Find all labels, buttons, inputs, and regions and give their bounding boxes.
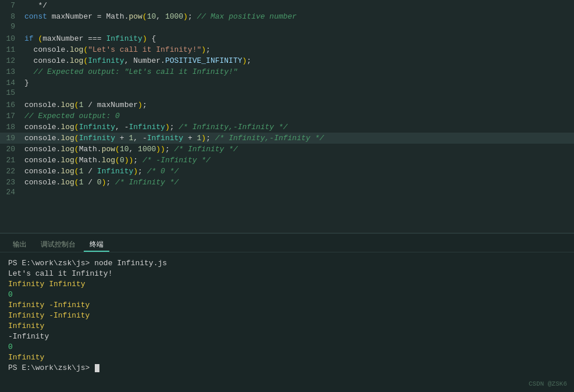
code-line: 17// Expected output: 0 [0,111,574,122]
line-number: 17 [0,112,24,120]
code-line: 12 console.log(Infinity, Number.POSITIVE… [0,55,574,66]
line-content: } [24,77,574,88]
terminal-output-line: 0 [8,290,566,300]
code-line: 21console.log(Math.log(0)); /* -Infinity… [0,155,574,166]
code-line: 10if (maxNumber === Infinity) { [0,33,574,44]
line-number: 21 [0,156,24,165]
code-line: 19console.log(Infinity + 1, -Infinity + … [0,133,574,144]
line-number: 24 [0,188,24,197]
line-number: 8 [0,12,24,21]
terminal-output-line: Infinity -Infinity [8,300,566,311]
code-line: 7 */ [0,0,574,11]
terminal-output-line: Infinity [8,321,566,332]
terminal-content: PS E:\work\zsk\js> node Infinity.jsLet's… [8,258,566,373]
line-content: console.log(Infinity, -Infinity); /* Inf… [24,122,574,133]
line-content: if (maxNumber === Infinity) { [24,33,574,44]
line-content: console.log(Infinity + 1, -Infinity + 1)… [24,133,574,144]
line-number: 7 [0,1,24,10]
terminal-tab[interactable]: 调试控制台 [35,237,81,252]
terminal-cursor [95,364,99,372]
line-number: 9 [0,22,24,31]
code-line: 14} [0,77,574,88]
line-content: console.log(1 / maxNumber); [24,99,574,111]
line-number: 10 [0,34,24,43]
code-line: 23console.log(1 / 0); /* Infinity */ [0,177,574,188]
line-content: console.log(1 / Infinity); /* 0 */ [24,166,574,177]
terminal-output-line: -Infinity [8,332,566,342]
terminal-output-line: Let's call it Infinity! [8,269,566,279]
code-line: 11 console.log("Let's call it Infinity!"… [0,44,574,55]
terminal-prompt-line: PS E:\work\zsk\js> node Infinity.js [8,258,566,269]
terminal-output-line: 0 [8,342,566,352]
line-number: 20 [0,145,24,154]
line-content: const maxNumber = Math.pow(10, 1000); //… [24,11,574,22]
line-content: console.log(1 / 0); /* Infinity */ [24,177,574,188]
code-lines: 7 */8const maxNumber = Math.pow(10, 1000… [0,0,574,199]
line-content: console.log(Infinity, Number.POSITIVE_IN… [24,55,574,66]
code-line: 15 [0,88,574,99]
code-line: 22console.log(1 / Infinity); /* 0 */ [0,166,574,177]
code-line: 9 [0,22,574,33]
terminal-tabs: 输出调试控制台终端 [0,234,574,252]
line-number: 16 [0,101,24,109]
line-content: // Expected output: 0 [24,111,574,122]
code-line: 24 [0,188,574,199]
line-number: 11 [0,45,24,54]
line-content: console.log(Math.pow(10, 1000)); /* Infi… [24,144,574,155]
terminal-output-line: Infinity [8,352,566,363]
line-number: 13 [0,67,24,76]
terminal-area: PS E:\work\zsk\js> node Infinity.jsLet's… [0,252,574,392]
terminal-final-prompt: PS E:\work\zsk\js> [8,363,566,373]
line-content: */ [24,0,574,11]
terminal-tab[interactable]: 输出 [7,237,33,252]
code-line: 8const maxNumber = Math.pow(10, 1000); /… [0,11,574,22]
code-line: 18console.log(Infinity, -Infinity); /* I… [0,122,574,133]
code-line: 13 // Expected output: "Let's call it In… [0,66,574,77]
line-number: 14 [0,79,24,87]
line-number: 19 [0,134,24,142]
line-number: 18 [0,123,24,131]
line-number: 15 [0,88,24,97]
terminal-tab[interactable]: 终端 [84,237,109,252]
line-content: console.log(Math.log(0)); /* -Infinity *… [24,155,574,166]
terminal-output-line: Infinity Infinity [8,279,566,290]
terminal-output-line: Infinity -Infinity [8,311,566,321]
line-number: 22 [0,167,24,176]
watermark: CSDN @ZSK6 [529,380,567,387]
code-line: 20console.log(Math.pow(10, 1000)); /* In… [0,144,574,155]
code-line: 16console.log(1 / maxNumber); [0,99,574,111]
line-number: 12 [0,56,24,65]
line-content: console.log("Let's call it Infinity!"); [24,44,574,55]
line-number: 23 [0,178,24,187]
code-editor: 7 */8const maxNumber = Math.pow(10, 1000… [0,0,574,233]
line-content: // Expected output: "Let's call it Infin… [24,66,574,77]
